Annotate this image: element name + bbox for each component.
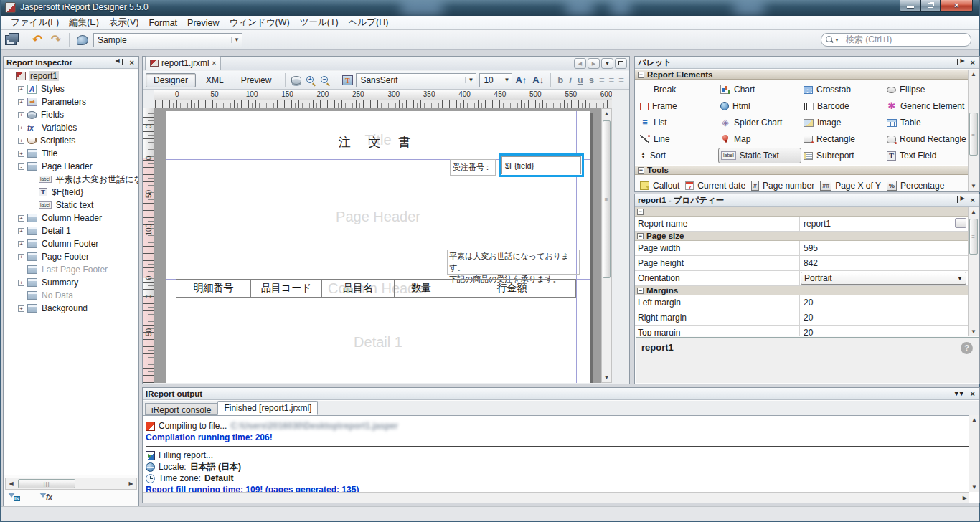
tree-item-report1[interactable]: report1 bbox=[4, 70, 138, 82]
palette-item-rectangle[interactable]: Rectangle bbox=[801, 131, 885, 147]
view-tab-xml[interactable]: XML bbox=[199, 74, 231, 87]
tree-item-column-header[interactable]: +Column Header bbox=[4, 212, 138, 224]
palette-item-static-text[interactable]: labelStatic Text bbox=[718, 148, 801, 163]
inspector-horizontal-scrollbar[interactable]: ◀ ||| ▶ bbox=[5, 478, 137, 490]
tab-close-icon[interactable]: × bbox=[212, 60, 216, 67]
filter-parameters-icon[interactable] bbox=[8, 492, 24, 503]
font-name-select[interactable]: SansSerif ▼ bbox=[356, 73, 476, 87]
collapse-icon[interactable]: − bbox=[637, 233, 644, 239]
design-canvas[interactable]: Title Page Header Column Header Detail 1… bbox=[154, 108, 612, 383]
scroll-down-icon[interactable]: ▼ bbox=[969, 183, 979, 189]
palette-item-break[interactable]: Break bbox=[638, 82, 718, 98]
scroll-up-icon[interactable]: ▲ bbox=[969, 71, 979, 77]
tab-scroll-right-button[interactable]: ▶ bbox=[588, 58, 600, 69]
tree-item-background[interactable]: +Background bbox=[4, 302, 138, 315]
dataset-query-button[interactable] bbox=[289, 73, 303, 87]
table-header-cell[interactable]: 数量 bbox=[395, 279, 448, 298]
property-value[interactable]: 842 bbox=[800, 256, 968, 270]
font-size-select[interactable]: 10 ▼ bbox=[479, 73, 512, 87]
zoom-out-button[interactable]: − bbox=[318, 73, 332, 87]
zoom-in-button[interactable]: + bbox=[303, 73, 318, 87]
property-value[interactable]: 20 bbox=[800, 310, 968, 325]
palette-item-page-x-of-y[interactable]: ##Page X of Y bbox=[818, 178, 883, 191]
strikethrough-button[interactable]: s bbox=[586, 75, 597, 85]
palette-item-sort[interactable]: ▲▼Sort bbox=[638, 148, 718, 163]
palette-item-subreport[interactable]: Subreport bbox=[801, 148, 885, 163]
tree-item-last-page-footer[interactable]: Last Page Footer bbox=[4, 263, 138, 276]
table-header-cell[interactable]: 品目コード bbox=[251, 279, 322, 298]
tree-expander-icon[interactable]: + bbox=[18, 86, 24, 92]
selected-text-field[interactable]: $F{field} bbox=[499, 153, 584, 177]
align-left-icon[interactable]: ≡ bbox=[597, 75, 607, 85]
palette-item-html[interactable]: Html bbox=[718, 98, 801, 114]
maximize-editor-button[interactable] bbox=[615, 58, 627, 69]
help-icon[interactable]: ? bbox=[961, 342, 973, 354]
scrollbar-thumb[interactable]: ≡ bbox=[969, 113, 978, 156]
tree-item-scriptlets[interactable]: +Scriptlets bbox=[4, 134, 138, 147]
palette-group-header-report-elements[interactable]: −Report Elements bbox=[635, 70, 968, 80]
palette-item-crosstab[interactable]: Crosstab bbox=[801, 82, 885, 98]
palette-item-list[interactable]: ≡List bbox=[638, 115, 718, 130]
property-value[interactable]: 595 bbox=[800, 241, 968, 255]
table-header-cell[interactable]: 品目名 bbox=[322, 279, 395, 298]
palette-item-round-rectangle[interactable]: Round Rectangle bbox=[885, 131, 968, 147]
property-value[interactable]: 20 bbox=[800, 295, 968, 310]
minimize-window-icon[interactable]: ▼▼ bbox=[953, 390, 963, 397]
tree-item--[interactable]: label平素は大変お世話になっ bbox=[4, 173, 138, 186]
italic-button[interactable]: i bbox=[566, 75, 575, 85]
close-icon[interactable]: × bbox=[969, 59, 976, 66]
tree-expander-icon[interactable]: - bbox=[18, 163, 24, 170]
menu-item-4[interactable]: Preview bbox=[182, 16, 224, 29]
report-wizard-button[interactable] bbox=[73, 32, 92, 49]
tree-item-styles[interactable]: +AStyles bbox=[4, 82, 138, 95]
tree-expander-icon[interactable]: + bbox=[18, 305, 24, 312]
output-tab-ireport-console[interactable]: iReport console bbox=[145, 403, 217, 415]
property-section-general[interactable]: − bbox=[635, 207, 968, 217]
title-bar[interactable]: Jaspersoft iReport Designer 5.5.0 × bbox=[1, 0, 979, 16]
palette-item-table[interactable]: Table bbox=[885, 115, 968, 130]
palette-group-header-tools[interactable]: −Tools bbox=[635, 165, 968, 175]
greeting-static-text[interactable]: 平素は大変お世話になっております。 下記の商品の受注を承ります。 bbox=[447, 250, 580, 275]
save-all-button[interactable] bbox=[1, 32, 20, 49]
scroll-left-icon[interactable]: ◀ bbox=[6, 480, 17, 487]
palette-item-text-field[interactable]: TText Field bbox=[885, 148, 968, 163]
palette-item-spider-chart[interactable]: ◈Spider Chart bbox=[718, 115, 801, 130]
scroll-up-icon[interactable]: ▲ bbox=[969, 209, 979, 215]
datasource-select[interactable]: Sample ▼ bbox=[93, 33, 242, 47]
search-input[interactable]: ▼ 検索 (Ctrl+I) bbox=[821, 33, 971, 47]
console-vertical-scrollbar[interactable]: ▲ ▼ bbox=[969, 415, 979, 492]
property-value[interactable]: Portrait▼ bbox=[800, 271, 968, 285]
restore-button[interactable] bbox=[920, 0, 941, 12]
scroll-down-icon[interactable]: ▼ bbox=[602, 374, 611, 381]
scroll-down-icon[interactable]: ▼ bbox=[969, 328, 979, 335]
tree-expander-icon[interactable]: + bbox=[18, 280, 24, 286]
console-output[interactable]: Compiling to file... C:\Users\2016030\De… bbox=[143, 415, 979, 503]
tree-item-summary[interactable]: +Summary bbox=[4, 276, 138, 289]
decrease-font-button[interactable]: A↓ bbox=[529, 75, 547, 85]
tree-item--f-field-[interactable]: T$F{field} bbox=[4, 186, 138, 199]
palette-item-chart[interactable]: Chart bbox=[718, 82, 801, 98]
orientation-select[interactable]: Portrait▼ bbox=[801, 272, 966, 285]
tree-expander-icon[interactable]: + bbox=[18, 125, 24, 131]
property-value[interactable]: 20 bbox=[800, 326, 968, 336]
table-header-cell[interactable]: 行金額 bbox=[448, 279, 576, 298]
menu-item-1[interactable]: 編集(E) bbox=[64, 15, 104, 30]
undo-button[interactable]: ↶ bbox=[28, 32, 47, 49]
dock-minimize-icon[interactable] bbox=[116, 59, 124, 66]
increase-font-button[interactable]: A↑ bbox=[512, 75, 529, 85]
underline-button[interactable]: u bbox=[575, 75, 586, 85]
canvas-vertical-scrollbar[interactable]: ▲ ≡ ▼ bbox=[601, 108, 612, 383]
tree-expander-icon[interactable]: + bbox=[18, 254, 24, 260]
order-number-label[interactable]: 受注番号 : bbox=[450, 159, 496, 176]
scroll-right-icon[interactable]: ▶ bbox=[126, 480, 136, 487]
close-icon[interactable]: × bbox=[969, 196, 976, 204]
tree-item-detail-1[interactable]: +Detail 1 bbox=[4, 224, 138, 237]
scrollbar-thumb[interactable]: ||| bbox=[18, 479, 75, 488]
tree-item-fields[interactable]: +Fields bbox=[4, 108, 138, 121]
scroll-down-icon[interactable]: ▼ bbox=[969, 484, 979, 490]
collapse-icon[interactable]: − bbox=[638, 167, 644, 174]
dock-minimize-icon[interactable] bbox=[956, 59, 965, 66]
tree-expander-icon[interactable]: + bbox=[18, 228, 24, 234]
menu-item-0[interactable]: ファイル(F) bbox=[6, 15, 64, 30]
properties-scrollbar[interactable]: ▲ ≡ ▼ bbox=[968, 207, 979, 336]
